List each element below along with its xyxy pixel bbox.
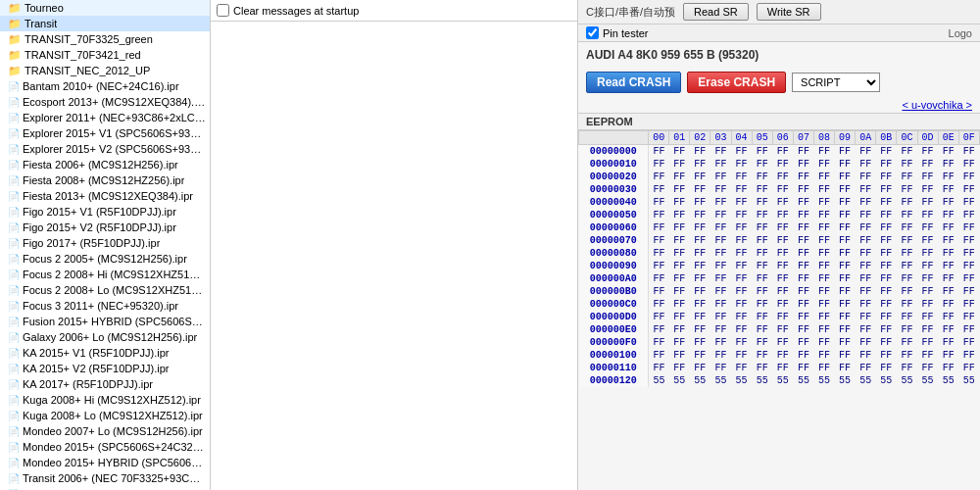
eeprom-value: FF: [917, 171, 938, 183]
tree-item[interactable]: 📄Fiesta 2006+ (MC9S12H256).ipr: [0, 157, 210, 172]
tree-item[interactable]: 📄Focus 3 2011+ (NEC+95320).ipr: [0, 298, 210, 314]
eeprom-address: 00000100: [579, 349, 649, 362]
eeprom-value: FF: [690, 349, 710, 362]
tree-item-label: Galaxy 2006+ Lo (MC9S12H256).ipr: [23, 331, 197, 343]
tree-item[interactable]: 📄Figo 2017+ (R5F10DPJJ).ipr: [0, 235, 210, 251]
tree-item[interactable]: 📄KA 2015+ V1 (R5F10DPJJ).ipr: [0, 345, 210, 361]
write-sr-button[interactable]: Write SR: [757, 3, 821, 21]
eeprom-value: FF: [731, 311, 752, 323]
tree-item[interactable]: 📁TRANSIT_NEC_2012_UP: [0, 63, 210, 78]
eeprom-col-header: 03: [710, 131, 731, 145]
tree-item[interactable]: 📄Fiesta 2008+ (MC9S12HZ256).ipr: [0, 172, 210, 188]
script-dropdown[interactable]: SCRIPT: [792, 73, 880, 92]
eeprom-value: FF: [710, 336, 731, 349]
eeprom-value: 55: [835, 374, 856, 387]
tree-item[interactable]: 📄Transit 2006+ (NEC 70F3325+93C76).i: [0, 470, 210, 486]
file-tree[interactable]: 📁Tourneo📁Transit📁TRANSIT_70F3325_green📁T…: [0, 0, 211, 490]
tree-item[interactable]: 📄Kuga 2008+ Lo (MC9S12XHZ512).ipr: [0, 408, 210, 423]
eeprom-value: FF: [876, 362, 897, 374]
eeprom-value: FF: [731, 260, 752, 272]
tree-item-label: Tourneo: [24, 2, 64, 14]
eeprom-table-wrapper[interactable]: 000102030405060708090A0B0C0D0E0F00000000…: [578, 130, 980, 490]
eeprom-value: FF: [772, 298, 793, 311]
tree-item[interactable]: 📄Focus 2 2008+ Hi (MC9S12XHZ512).ipr: [0, 267, 210, 282]
eeprom-value: FF: [710, 196, 731, 209]
tree-item[interactable]: 📄KA 2015+ V2 (R5F10DPJJ).ipr: [0, 361, 210, 376]
tree-item[interactable]: 📄Kuga 2008+ Hi (MC9S12XHZ512).ipr: [0, 392, 210, 408]
eeprom-value: FF: [938, 362, 958, 374]
eeprom-value: FF: [856, 183, 876, 196]
tree-item[interactable]: 📄Mondeo 2015+ HYBRID (SPC5606S+9: [0, 455, 210, 470]
eeprom-row: 000000B0FFFFFFFFFFFFFFFFFFFFFFFFFFFFFFFF: [579, 285, 980, 298]
eeprom-col-header: 0D: [917, 131, 938, 145]
read-sr-button[interactable]: Read SR: [683, 3, 749, 21]
eeprom-row: 000000D0FFFFFFFFFFFFFFFFFFFFFFFFFFFFFFFF: [579, 311, 980, 323]
tree-item-label: Focus 3 2011+ (NEC+95320).ipr: [23, 300, 178, 312]
pin-tester-checkbox[interactable]: [586, 26, 599, 39]
tree-item[interactable]: 📄Fiesta 2013+ (MC9S12XEQ384).ipr: [0, 188, 210, 204]
tree-item[interactable]: 📄Explorer 2011+ (NEC+93C86+2xLCD).i: [0, 110, 210, 125]
tree-item[interactable]: 📄Explorer 2015+ V1 (SPC5606S+93C86+: [0, 125, 210, 141]
eeprom-value: FF: [917, 311, 938, 323]
pin-tester-label[interactable]: Pin tester: [603, 27, 648, 39]
eeprom-value: FF: [793, 323, 813, 336]
tree-item[interactable]: 📄Ecosport 2013+ (MC9S12XEQ384).ipr: [0, 94, 210, 110]
eeprom-row: 00000100FFFFFFFFFFFFFFFFFFFFFFFFFFFFFFFF: [579, 349, 980, 362]
eeprom-value: FF: [856, 234, 876, 247]
eeprom-address: 00000110: [579, 362, 649, 374]
tree-item[interactable]: 📄Focus 2 2008+ Lo (MC9S12XHZ512).ipr: [0, 282, 210, 298]
tree-item[interactable]: 📁TRANSIT_70F3325_green: [0, 31, 210, 47]
tree-item[interactable]: 📁TRANSIT_70F3421_red: [0, 47, 210, 63]
clear-messages-checkbox[interactable]: [217, 4, 229, 17]
eeprom-value: FF: [917, 362, 938, 374]
eeprom-value: 55: [897, 374, 917, 387]
tree-item[interactable]: 📄KA 2017+ (R5F10DPJJ).ipr: [0, 376, 210, 392]
tree-item-label: Figo 2017+ (R5F10DPJJ).ipr: [23, 237, 160, 249]
eeprom-address: 00000090: [579, 260, 649, 272]
eeprom-row: 00000030FFFFFFFFFFFFFFFFFFFFFFFFFFFFFFFF: [579, 183, 980, 196]
eeprom-value: FF: [917, 158, 938, 171]
tree-item[interactable]: 📄Bantam 2010+ (NEC+24C16).ipr: [0, 78, 210, 94]
eeprom-value: FF: [710, 298, 731, 311]
eeprom-value: FF: [690, 285, 710, 298]
eeprom-value: FF: [649, 221, 669, 234]
file-icon: 📄: [8, 81, 20, 92]
tree-item[interactable]: 📄Mondeo 2015+ (SPC5606S+24C32) Vi:: [0, 439, 210, 455]
eeprom-value: FF: [669, 247, 690, 260]
tree-item[interactable]: 📁Transit: [0, 16, 210, 31]
eeprom-value: FF: [731, 272, 752, 285]
tree-item-label: Bantam 2010+ (NEC+24C16).ipr: [23, 80, 179, 92]
eeprom-value: FF: [835, 323, 856, 336]
eeprom-value: FF: [958, 272, 979, 285]
messages-top-bar: Clear messages at startup: [211, 0, 577, 22]
tree-item[interactable]: 📄Figo 2015+ V2 (R5F10DPJJ).ipr: [0, 220, 210, 235]
eeprom-value: FF: [938, 209, 958, 221]
tree-item[interactable]: 📄Transit 2009+ (NEC 70F3421+93C76).i: [0, 486, 210, 490]
eeprom-value: FF: [649, 285, 669, 298]
tree-item[interactable]: 📄Figo 2015+ V1 (R5F10DPJJ).ipr: [0, 204, 210, 220]
eeprom-value: FF: [690, 272, 710, 285]
eeprom-value: FF: [897, 171, 917, 183]
eeprom-value: FF: [752, 285, 772, 298]
tree-item[interactable]: 📄Fusion 2015+ HYBRID (SPC5606S+93C: [0, 314, 210, 329]
erase-crash-button[interactable]: Erase CRASH: [687, 72, 786, 93]
tree-item[interactable]: 📄Explorer 2015+ V2 (SPC5606S+93C86+: [0, 141, 210, 157]
u-vovchika-link[interactable]: < u-vovchika >: [578, 97, 980, 113]
eeprom-value: FF: [938, 183, 958, 196]
eeprom-value: FF: [876, 272, 897, 285]
tree-item-label: Explorer 2015+ V2 (SPC5606S+93C86+: [23, 143, 206, 155]
eeprom-value: FF: [876, 221, 897, 234]
eeprom-value: FF: [793, 336, 813, 349]
eeprom-value: FF: [835, 298, 856, 311]
clear-messages-label[interactable]: Clear messages at startup: [217, 4, 359, 17]
eeprom-value: FF: [690, 336, 710, 349]
tree-item[interactable]: 📄Mondeo 2007+ Lo (MC9S12H256).ipr: [0, 423, 210, 439]
file-icon: 📄: [8, 128, 20, 139]
tree-item[interactable]: 📁Tourneo: [0, 0, 210, 16]
tree-item[interactable]: 📄Galaxy 2006+ Lo (MC9S12H256).ipr: [0, 329, 210, 345]
tree-item[interactable]: 📄Focus 2 2005+ (MC9S12H256).ipr: [0, 251, 210, 267]
read-crash-button[interactable]: Read CRASH: [586, 72, 681, 93]
eeprom-value: FF: [690, 145, 710, 159]
eeprom-value: FF: [813, 158, 834, 171]
eeprom-value: FF: [856, 272, 876, 285]
